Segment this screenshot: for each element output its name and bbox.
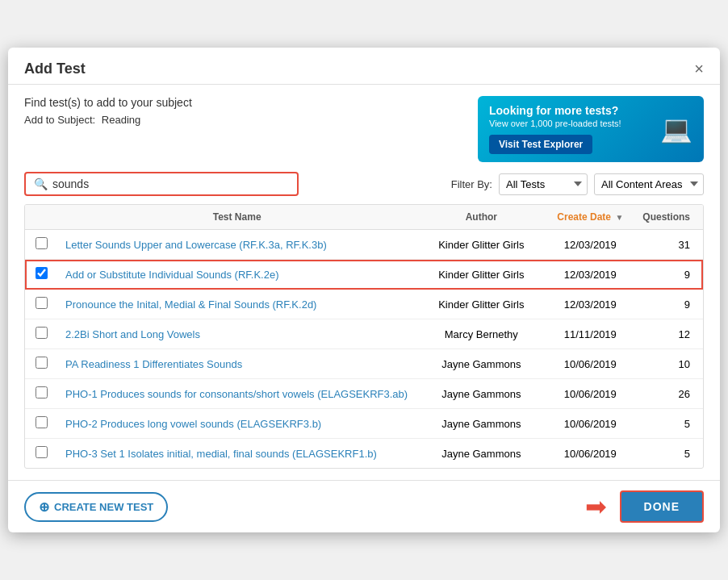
find-text: Find test(s) to add to your subject (24, 96, 478, 109)
visit-test-explorer-button[interactable]: Visit Test Explorer (489, 135, 592, 154)
filter-label: Filter By: (451, 178, 492, 190)
row-author: Marcy Bernethy (416, 319, 546, 349)
row-author: Jayne Gammons (416, 409, 546, 439)
plus-circle-icon: ⊕ (39, 499, 49, 515)
promo-text: Looking for more tests? View over 1,000 … (489, 104, 651, 154)
row-test-name: PHO-3 Set 1 Isolates initial, medial, fi… (57, 439, 416, 469)
row-questions: 9 (634, 290, 703, 319)
modal-title: Add Test (24, 61, 86, 77)
modal-header: Add Test × (8, 48, 720, 85)
row-date: 11/11/2019 (546, 319, 634, 349)
subject-value: Reading (102, 114, 140, 126)
test-name-link[interactable]: 2.2Bi Short and Long Vowels (65, 328, 200, 340)
row-questions: 12 (634, 319, 703, 349)
row-author: Jayne Gammons (416, 349, 546, 379)
row-checkbox-cell (25, 260, 57, 290)
search-icon: 🔍 (34, 177, 48, 190)
promo-subtitle: View over 1,000 pre-loaded tests! (489, 119, 651, 128)
table-row: PHO-2 Produces long vowel sounds (ELAGSE… (25, 409, 703, 439)
test-name-link[interactable]: PHO-3 Set 1 Isolates initial, medial, fi… (65, 448, 377, 460)
filter-section: Filter By: All Tests My Tests Shared Tes… (451, 173, 704, 195)
row-checkbox[interactable] (36, 327, 48, 339)
tests-table: Test Name Author Create Date ▼ Questions… (25, 205, 703, 468)
row-checkbox-cell (25, 439, 57, 469)
tests-table-container: Test Name Author Create Date ▼ Questions… (24, 204, 704, 469)
search-filter-row: 🔍 Filter By: All Tests My Tests Shared T… (24, 172, 704, 196)
sort-arrow-icon: ▼ (615, 213, 623, 222)
add-test-modal: Add Test × Find test(s) to add to your s… (8, 48, 720, 532)
row-checkbox[interactable] (36, 267, 48, 279)
test-name-link[interactable]: PA Readiness 1 Differentiates Sounds (65, 358, 242, 370)
top-section: Find test(s) to add to your subject Add … (24, 96, 704, 162)
header-date[interactable]: Create Date ▼ (546, 205, 634, 230)
table-row: PHO-3 Set 1 Isolates initial, medial, fi… (25, 439, 703, 469)
row-test-name: Letter Sounds Upper and Lowercase (RF.K.… (57, 230, 416, 260)
table-row: Add or Substitute Individual Sounds (RF.… (25, 260, 703, 290)
header-questions: Questions (634, 205, 703, 230)
close-button[interactable]: × (694, 61, 704, 77)
row-author: Jayne Gammons (416, 379, 546, 409)
test-name-link[interactable]: Letter Sounds Upper and Lowercase (RF.K.… (65, 239, 327, 251)
table-row: PA Readiness 1 Differentiates SoundsJayn… (25, 349, 703, 379)
row-checkbox[interactable] (36, 297, 48, 309)
test-name-link[interactable]: Add or Substitute Individual Sounds (RF.… (65, 269, 278, 281)
row-questions: 5 (634, 409, 703, 439)
row-checkbox-cell (25, 379, 57, 409)
row-checkbox-cell (25, 349, 57, 379)
row-checkbox-cell (25, 409, 57, 439)
search-input[interactable] (52, 177, 289, 190)
row-questions: 5 (634, 439, 703, 469)
row-checkbox[interactable] (36, 446, 48, 458)
row-test-name: 2.2Bi Short and Long Vowels (57, 319, 416, 349)
test-name-link[interactable]: PHO-1 Produces sounds for consonants/sho… (65, 388, 408, 400)
done-button[interactable]: DONE (620, 490, 704, 523)
row-date: 10/06/2019 (546, 349, 634, 379)
row-date: 10/06/2019 (546, 439, 634, 469)
row-author: Jayne Gammons (416, 439, 546, 469)
modal-body: Find test(s) to add to your subject Add … (8, 85, 720, 480)
table-row: Letter Sounds Upper and Lowercase (RF.K.… (25, 230, 703, 260)
table-row: 2.2Bi Short and Long VowelsMarcy Berneth… (25, 319, 703, 349)
row-checkbox[interactable] (36, 386, 48, 398)
promo-title: Looking for more tests? (489, 104, 651, 117)
date-label: Create Date (557, 211, 611, 223)
row-test-name: PHO-1 Produces sounds for consonants/sho… (57, 379, 416, 409)
filter-content-area-select[interactable]: All Content Areas Reading Math Science (594, 173, 704, 195)
create-button-label: CREATE NEW TEST (54, 501, 153, 513)
row-date: 10/06/2019 (546, 379, 634, 409)
promo-banner: Looking for more tests? View over 1,000 … (478, 96, 704, 162)
header-author: Author (416, 205, 546, 230)
test-name-link[interactable]: Pronounce the Inital, Medial & Final Sou… (65, 298, 316, 311)
done-section: ➡ DONE (585, 490, 704, 523)
row-date: 10/06/2019 (546, 409, 634, 439)
subject-text: Add to Subject: Reading (24, 114, 478, 126)
left-top: Find test(s) to add to your subject Add … (24, 96, 478, 126)
row-questions: 26 (634, 379, 703, 409)
row-date: 12/03/2019 (546, 230, 634, 260)
row-checkbox[interactable] (36, 237, 48, 249)
table-header-row: Test Name Author Create Date ▼ Questions (25, 205, 703, 230)
create-new-test-button[interactable]: ⊕ CREATE NEW TEST (24, 492, 168, 522)
table-row: PHO-1 Produces sounds for consonants/sho… (25, 379, 703, 409)
row-checkbox[interactable] (36, 416, 48, 428)
arrow-right-icon: ➡ (585, 494, 607, 519)
header-check (25, 205, 57, 230)
row-date: 12/03/2019 (546, 290, 634, 319)
subject-label: Add to Subject: (24, 114, 95, 126)
row-checkbox[interactable] (36, 357, 48, 369)
row-checkbox-cell (25, 230, 57, 260)
laptop-icon: 💻 (660, 114, 692, 144)
row-author: Kinder Glitter Girls (416, 290, 546, 319)
row-questions: 10 (634, 349, 703, 379)
modal-footer: ⊕ CREATE NEW TEST ➡ DONE (8, 480, 720, 532)
row-checkbox-cell (25, 290, 57, 319)
row-questions: 9 (634, 260, 703, 290)
header-test-name: Test Name (57, 205, 416, 230)
filter-test-type-select[interactable]: All Tests My Tests Shared Tests (499, 173, 588, 195)
row-author: Kinder Glitter Girls (416, 260, 546, 290)
search-box: 🔍 (24, 172, 299, 196)
test-name-link[interactable]: PHO-2 Produces long vowel sounds (ELAGSE… (65, 418, 321, 430)
table-body: Letter Sounds Upper and Lowercase (RF.K.… (25, 230, 703, 469)
row-checkbox-cell (25, 319, 57, 349)
row-test-name: PA Readiness 1 Differentiates Sounds (57, 349, 416, 379)
